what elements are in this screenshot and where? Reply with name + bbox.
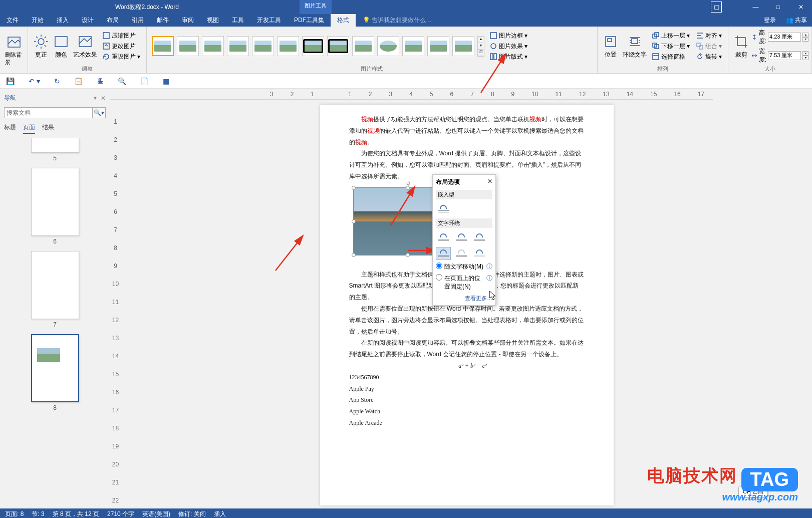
tab-pdf-tools[interactable]: PDF工具集	[288, 14, 331, 27]
status-language[interactable]: 英语(美国)	[142, 510, 170, 519]
picture-style-7[interactable]	[302, 36, 324, 56]
status-section[interactable]: 节: 3	[32, 510, 44, 519]
tab-mailings[interactable]: 邮件	[150, 14, 175, 27]
nav-close[interactable]: ✕	[101, 95, 106, 102]
picture-layout-button[interactable]: 图片版式 ▾	[488, 52, 529, 62]
info-icon-2[interactable]: ⓘ	[486, 274, 492, 283]
send-backward-button[interactable]: 下移一层 ▾	[650, 42, 691, 51]
status-page[interactable]: 页面: 8	[5, 510, 24, 519]
reset-picture-button[interactable]: 重设图片 ▾	[101, 52, 142, 62]
page-thumb-7[interactable]	[31, 251, 79, 319]
picture-effects-button[interactable]: 图片效果 ▾	[488, 42, 529, 51]
see-more-link[interactable]: 查看更多…	[436, 293, 492, 302]
width-down[interactable]: ▾	[802, 56, 808, 60]
page-thumb-5[interactable]	[31, 138, 79, 153]
page-thumb-8[interactable]	[31, 334, 79, 402]
artistic-effects-button[interactable]: 艺术效果	[71, 33, 99, 60]
tab-design[interactable]: 设计	[75, 14, 100, 27]
vertical-ruler[interactable]: 123456789101112131415161718192021222324	[110, 100, 121, 508]
align-button[interactable]: 对齐 ▾	[694, 31, 723, 41]
qat-btn-6[interactable]: 🔍	[118, 77, 126, 85]
wrap-text-button[interactable]: 环绕文字	[621, 33, 649, 60]
close-button[interactable]: ✕	[789, 0, 812, 14]
styles-gallery-expand[interactable]: ▴▾⊟	[477, 36, 484, 57]
wrap-square[interactable]	[436, 231, 451, 244]
tab-format[interactable]: 格式	[331, 14, 356, 27]
search-input[interactable]	[4, 107, 93, 118]
group-button[interactable]: 组合 ▾	[694, 42, 723, 51]
nav-tab-pages[interactable]: 页面	[23, 123, 35, 134]
wrap-top-bottom[interactable]	[436, 247, 451, 260]
change-picture-button[interactable]: 更改图片	[101, 42, 142, 51]
picture-style-9[interactable]	[352, 36, 374, 56]
status-track-changes[interactable]: 修订: 关闭	[178, 510, 206, 519]
corrections-button[interactable]: 更正	[31, 33, 51, 60]
tab-review[interactable]: 审阅	[175, 14, 200, 27]
tab-insert[interactable]: 插入	[50, 14, 75, 27]
tab-tools[interactable]: 工具	[225, 14, 250, 27]
rotate-button[interactable]: 旋转 ▾	[694, 52, 723, 62]
tab-file[interactable]: 文件	[0, 14, 25, 27]
wrap-through[interactable]	[472, 231, 487, 244]
color-button[interactable]: 颜色	[51, 33, 71, 60]
tab-view[interactable]: 视图	[200, 14, 225, 27]
qat-btn-8[interactable]: ▦	[163, 77, 169, 85]
picture-style-2[interactable]	[177, 36, 199, 56]
picture-style-10[interactable]	[377, 36, 399, 56]
tell-me[interactable]: 💡 告诉我您想要做什么…	[356, 16, 432, 25]
width-up[interactable]: ▴	[802, 51, 808, 56]
picture-style-6[interactable]	[277, 36, 299, 56]
status-word-count[interactable]: 2710 个字	[107, 510, 134, 519]
horizontal-ruler[interactable]: 3211234567891011121314151617	[121, 89, 713, 100]
height-up[interactable]: ▴	[802, 33, 808, 37]
wrap-tight[interactable]	[454, 231, 469, 244]
tab-layout[interactable]: 布局	[100, 14, 125, 27]
picture-style-4[interactable]	[227, 36, 249, 56]
wrap-inline[interactable]	[436, 202, 451, 215]
width-input[interactable]	[768, 51, 801, 60]
wrap-behind[interactable]	[454, 247, 469, 260]
layout-popup-close[interactable]: ✕	[487, 178, 492, 186]
remove-background-button[interactable]: 删除背景	[3, 33, 25, 67]
tab-references[interactable]: 引用	[125, 14, 150, 27]
tab-home[interactable]: 开始	[25, 14, 50, 27]
status-page-of[interactable]: 第 8 页，共 12 页	[53, 510, 99, 519]
picture-style-3[interactable]	[202, 36, 224, 56]
login-button[interactable]: 登录	[759, 16, 781, 25]
maximize-button[interactable]: □	[767, 0, 789, 14]
redo-button[interactable]: ↻	[54, 77, 60, 85]
undo-button[interactable]: ↶ ▾	[29, 77, 40, 85]
nav-dropdown[interactable]: ▼	[93, 95, 98, 101]
qat-btn-5[interactable]: 🖶	[97, 77, 104, 85]
fix-position-radio[interactable]	[436, 274, 442, 281]
minimize-button[interactable]: —	[744, 0, 767, 14]
picture-style-5[interactable]	[252, 36, 274, 56]
picture-style-13[interactable]	[452, 36, 474, 56]
picture-style-12[interactable]	[427, 36, 449, 56]
move-with-text-radio[interactable]	[436, 263, 442, 269]
height-input[interactable]	[768, 33, 801, 42]
share-button[interactable]: 👥 共享	[781, 16, 812, 25]
nav-tab-results[interactable]: 结果	[42, 123, 54, 134]
save-button[interactable]: 💾	[6, 77, 15, 85]
page-thumb-6[interactable]	[31, 168, 79, 236]
tab-developer[interactable]: 开发工具	[250, 14, 288, 27]
selection-pane-button[interactable]: 选择窗格	[650, 52, 691, 62]
height-down[interactable]: ▾	[802, 37, 808, 42]
nav-tab-headings[interactable]: 标题	[4, 123, 16, 134]
info-icon-1[interactable]: ⓘ	[486, 263, 492, 271]
compress-pictures-button[interactable]: 压缩图片	[101, 31, 142, 41]
picture-style-8[interactable]	[327, 36, 349, 56]
ribbon-display-options[interactable]: ▢	[711, 2, 722, 13]
position-button[interactable]: 位置	[601, 33, 621, 60]
wrap-front[interactable]	[472, 247, 487, 260]
search-button[interactable]: 🔍▾	[93, 107, 106, 118]
picture-style-11[interactable]	[402, 36, 424, 56]
qat-btn-7[interactable]: 📄	[140, 77, 149, 85]
picture-style-1[interactable]	[152, 36, 174, 56]
bring-forward-button[interactable]: 上移一层 ▾	[650, 31, 691, 41]
picture-border-button[interactable]: 图片边框 ▾	[488, 31, 529, 41]
qat-btn-4[interactable]: 📋	[74, 77, 83, 85]
crop-button[interactable]: 裁剪	[731, 33, 751, 60]
status-insert-mode[interactable]: 插入	[214, 510, 226, 519]
